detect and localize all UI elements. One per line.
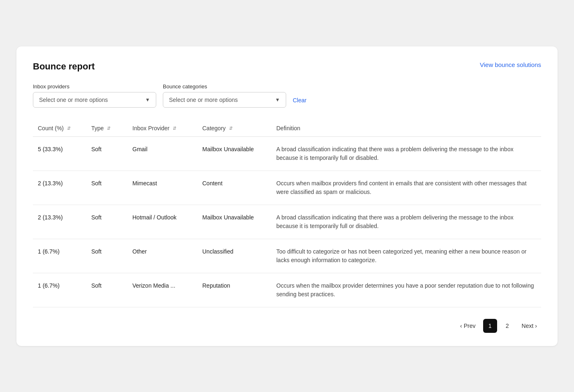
cell-category-3: Unclassified xyxy=(197,239,271,273)
cell-count-4: 1 (6.7%) xyxy=(33,273,86,307)
bounce-table: Count (%) ⇵ Type ⇵ Inbox Provider ⇵ Cate… xyxy=(33,121,541,307)
cell-category-4: Reputation xyxy=(197,273,271,307)
cell-provider-2: Hotmail / Outlook xyxy=(127,205,197,239)
bounce-report-card: Bounce report View bounce solutions Inbo… xyxy=(16,46,558,346)
cell-category-0: Mailbox Unavailable xyxy=(197,136,271,171)
next-label: Next xyxy=(522,323,534,329)
prev-label: Prev xyxy=(464,323,476,329)
cell-category-1: Content xyxy=(197,171,271,205)
cell-category-2: Mailbox Unavailable xyxy=(197,205,271,239)
cell-definition-0: A broad classification indicating that t… xyxy=(271,136,541,171)
col-header-count[interactable]: Count (%) ⇵ xyxy=(33,121,86,137)
cell-type-4: Soft xyxy=(86,273,127,307)
cell-provider-4: Verizon Media ... xyxy=(127,273,197,307)
table-row: 1 (6.7%) Soft Verizon Media ... Reputati… xyxy=(33,273,541,307)
inbox-providers-placeholder: Select one or more options xyxy=(39,97,108,103)
col-header-definition: Definition xyxy=(271,121,541,137)
sort-icon-count: ⇵ xyxy=(67,126,71,131)
clear-filters-link[interactable]: Clear xyxy=(293,97,306,108)
col-header-type[interactable]: Type ⇵ xyxy=(86,121,127,137)
cell-count-0: 5 (33.3%) xyxy=(33,136,86,171)
cell-definition-1: Occurs when mailbox providers find conte… xyxy=(271,171,541,205)
cell-definition-4: Occurs when the mailbox provider determi… xyxy=(271,273,541,307)
bounce-categories-select[interactable]: Select one or more options ▼ xyxy=(163,92,286,108)
bounce-categories-placeholder: Select one or more options xyxy=(169,97,238,103)
cell-provider-0: Gmail xyxy=(127,136,197,171)
cell-type-0: Soft xyxy=(86,136,127,171)
next-button[interactable]: Next › xyxy=(518,320,541,332)
chevron-down-icon-2: ▼ xyxy=(275,97,280,103)
cell-count-3: 1 (6.7%) xyxy=(33,239,86,273)
pagination: ‹ Prev 1 2 Next › xyxy=(33,319,541,333)
col-header-category[interactable]: Category ⇵ xyxy=(197,121,271,137)
cell-provider-3: Other xyxy=(127,239,197,273)
page-1-button[interactable]: 1 xyxy=(483,319,497,333)
cell-type-1: Soft xyxy=(86,171,127,205)
sort-icon-provider: ⇵ xyxy=(173,126,176,131)
view-bounce-solutions-link[interactable]: View bounce solutions xyxy=(480,61,541,68)
cell-type-3: Soft xyxy=(86,239,127,273)
col-header-provider[interactable]: Inbox Provider ⇵ xyxy=(127,121,197,137)
chevron-down-icon: ▼ xyxy=(145,97,150,103)
inbox-providers-filter-group: Inbox providers Select one or more optio… xyxy=(33,83,156,108)
filters-row: Inbox providers Select one or more optio… xyxy=(33,83,541,108)
bounce-categories-filter-group: Bounce categories Select one or more opt… xyxy=(163,83,286,108)
cell-type-2: Soft xyxy=(86,205,127,239)
chevron-right-icon: › xyxy=(535,323,537,329)
cell-count-1: 2 (13.3%) xyxy=(33,171,86,205)
table-row: 5 (33.3%) Soft Gmail Mailbox Unavailable… xyxy=(33,136,541,171)
prev-button[interactable]: ‹ Prev xyxy=(456,320,479,332)
table-row: 1 (6.7%) Soft Other Unclassified Too dif… xyxy=(33,239,541,273)
table-row: 2 (13.3%) Soft Mimecast Content Occurs w… xyxy=(33,171,541,205)
inbox-providers-select[interactable]: Select one or more options ▼ xyxy=(33,92,156,108)
cell-count-2: 2 (13.3%) xyxy=(33,205,86,239)
inbox-providers-label: Inbox providers xyxy=(33,83,156,90)
header-row: Bounce report View bounce solutions xyxy=(33,61,541,72)
page-2-button[interactable]: 2 xyxy=(500,319,514,333)
chevron-left-icon: ‹ xyxy=(460,323,462,329)
page-title: Bounce report xyxy=(33,61,95,72)
table-header-row: Count (%) ⇵ Type ⇵ Inbox Provider ⇵ Cate… xyxy=(33,121,541,137)
sort-icon-type: ⇵ xyxy=(107,126,111,131)
cell-provider-1: Mimecast xyxy=(127,171,197,205)
cell-definition-3: Too difficult to categorize or has not b… xyxy=(271,239,541,273)
bounce-categories-label: Bounce categories xyxy=(163,83,286,90)
table-row: 2 (13.3%) Soft Hotmail / Outlook Mailbox… xyxy=(33,205,541,239)
sort-icon-category: ⇵ xyxy=(229,126,233,131)
cell-definition-2: A broad classification indicating that t… xyxy=(271,205,541,239)
